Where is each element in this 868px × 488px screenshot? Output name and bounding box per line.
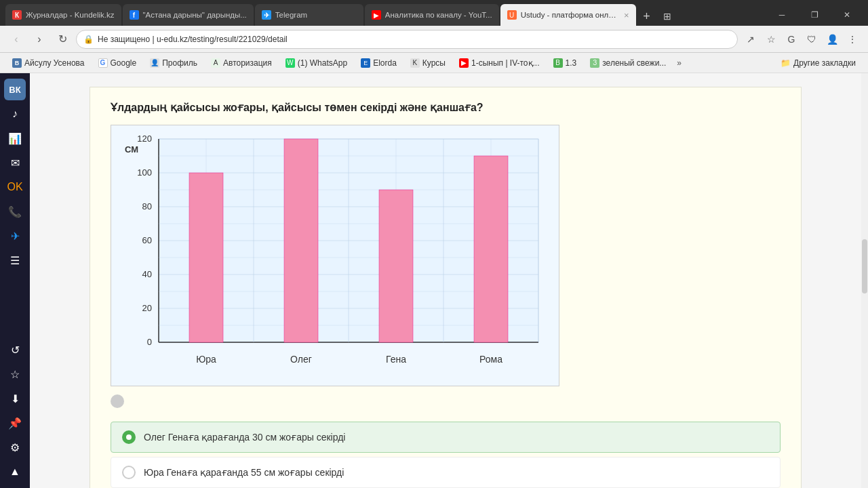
svg-text:СМ: СМ [125, 144, 138, 155]
antivirus-button[interactable]: 🛡 [803, 30, 821, 48]
bookmark-label-elorda: Elorda [373, 58, 397, 68]
sidebar-icon-telegram[interactable]: ✈ [4, 225, 26, 247]
bookmark-label-synip: 1-сынып | IV-тоқ... [471, 58, 540, 68]
answer-section: Олег Генаға қарағанда 30 см жоғары секір… [111, 422, 781, 488]
sidebar-icon-list[interactable]: ☰ [4, 249, 26, 271]
tab-bar: К Журналдар - Kundelik.kz f "Астана дары… [0, 0, 868, 26]
bookmark-elorda[interactable]: E Elorda [355, 56, 402, 70]
bookmark-favicon-auth: A [211, 58, 220, 68]
other-bookmarks[interactable]: 📁 Другие закладки [775, 56, 861, 70]
close-button[interactable]: ✕ [831, 4, 863, 26]
radio-1 [122, 430, 136, 444]
forward-button[interactable]: › [30, 30, 49, 49]
sidebar-icon-music[interactable]: ♪ [4, 103, 26, 125]
tab-kundelik[interactable]: К Журналдар - Kundelik.kz [5, 4, 121, 26]
sidebar-icon-pin[interactable]: 📌 [4, 412, 26, 434]
address-bar[interactable]: 🔒 Не защищено | u-edu.kz/testing/result/… [76, 30, 738, 49]
menu-button[interactable]: ⋮ [844, 30, 861, 48]
reload-button[interactable]: ↻ [53, 30, 72, 49]
new-tab-button[interactable]: + [637, 7, 656, 26]
svg-text:Юра: Юра [196, 354, 216, 365]
tab-label-kundelik: Журналдар - Kundelik.kz [26, 11, 115, 19]
sidebar-icon-settings[interactable]: ⚙ [4, 436, 26, 458]
bookmark-favicon-13: B [553, 58, 563, 68]
radio-inner-1 [126, 434, 132, 440]
bookmark-synip[interactable]: ▶ 1-сынып | IV-тоқ... [454, 56, 545, 70]
bookmark-favicon-whatsapp: W [285, 58, 295, 68]
svg-text:Рома: Рома [479, 354, 502, 365]
back-button[interactable]: ‹ [7, 30, 26, 49]
answer-option-1[interactable]: Олег Генаға қарағанда 30 см жоғары секір… [111, 422, 781, 453]
answer-option-2[interactable]: Юра Генаға қарағанда 55 см жоғары секірд… [111, 457, 781, 488]
tab-label-telegram: Telegram [275, 11, 357, 19]
sidebar-icon-vk[interactable]: ВК [4, 79, 26, 100]
nav-actions: ↗ ☆ G 🛡 👤 ⋮ [742, 30, 861, 48]
svg-text:60: 60 [142, 235, 152, 245]
bookmark-label-profile: Профиль [162, 58, 197, 68]
svg-text:0: 0 [147, 337, 152, 347]
sidebar-icon-collapse[interactable]: ▲ [4, 461, 26, 483]
window-controls: ─ ❐ ✕ [766, 4, 863, 26]
tab-youtube[interactable]: ▶ Аналитика по каналу - YouT... [365, 4, 499, 26]
extensions-button[interactable]: ⊞ [658, 7, 677, 26]
bookmarks-bar: В Айсулу Усенова G Google 👤 Профиль A Ав… [0, 53, 868, 73]
answer-text-1: Олег Генаға қарағанда 30 см жоғары секір… [144, 432, 345, 443]
sidebar-icon-stats[interactable]: 📊 [4, 127, 26, 149]
tab-label-astana: "Астана дарыны" дарынды... [143, 11, 247, 19]
sidebar-icon-phone[interactable]: 📞 [4, 201, 26, 222]
bar-gena [379, 190, 413, 342]
svg-text:100: 100 [137, 167, 152, 178]
bookmark-kursy[interactable]: K Курсы [405, 56, 451, 70]
svg-text:Олег: Олег [290, 354, 312, 365]
bookmark-zeleny[interactable]: З зеленый свежи... [585, 56, 671, 70]
right-scrollbar[interactable] [861, 73, 868, 488]
bookmark-label-zeleny: зеленый свежи... [602, 58, 666, 68]
navigation-bar: ‹ › ↻ 🔒 Не защищено | u-edu.kz/testing/r… [0, 26, 868, 53]
bookmark-favicon-google: G [98, 58, 108, 68]
tab-close-ustudy[interactable]: × [624, 10, 629, 20]
bookmark-favicon-zeleny: З [590, 58, 599, 68]
sidebar-icon-history[interactable]: ↺ [4, 339, 26, 361]
bookmark-aysula[interactable]: В Айсулу Усенова [7, 56, 90, 70]
bookmark-profile[interactable]: 👤 Профиль [144, 56, 203, 70]
svg-text:40: 40 [142, 269, 152, 279]
browser-chrome: К Журналдар - Kundelik.kz f "Астана дары… [0, 0, 868, 73]
bookmark-favicon-kursy: K [410, 58, 420, 68]
bookmark-auth[interactable]: A Авторизация [205, 56, 277, 70]
bookmark-google[interactable]: G Google [93, 56, 142, 70]
profile-button[interactable]: 👤 [823, 30, 841, 48]
translate-button[interactable]: G [783, 30, 800, 48]
left-sidebar: ВК ♪ 📊 ✉ OK 📞 ✈ ☰ ↺ ☆ ⬇ 📌 ⚙ ▲ [0, 73, 30, 488]
page-content: Ұлдардың қайсысы жоғары, қайсысы төмен с… [30, 73, 861, 488]
more-bookmarks-icon[interactable]: » [674, 58, 684, 68]
bookmark-label-kursy: Курсы [422, 58, 446, 68]
bar-roma [474, 156, 508, 342]
bookmark-favicon-profile: 👤 [150, 58, 159, 68]
svg-text:80: 80 [142, 201, 152, 211]
sidebar-icon-mail[interactable]: ✉ [4, 152, 26, 174]
bookmark-label-whatsapp: (1) WhatsApp [298, 58, 347, 68]
answer-text-2: Юра Генаға қарағанда 55 см жоғары секірд… [144, 467, 344, 478]
tab-telegram[interactable]: ✈ Telegram [255, 4, 363, 26]
bookmark-label-aysula: Айсулу Усенова [24, 58, 85, 68]
bookmark-favicon-synip: ▶ [459, 58, 469, 68]
scroll-indicator [111, 394, 781, 408]
bookmark-13[interactable]: B 1.3 [548, 56, 583, 70]
tab-favicon-ustudy: U [507, 10, 517, 20]
tab-ustudy[interactable]: U Ustudy - платформа онлайн... × [500, 4, 636, 26]
sidebar-icon-download[interactable]: ⬇ [4, 388, 26, 409]
sidebar-icon-star[interactable]: ☆ [4, 363, 26, 385]
bookmark-label-auth: Авторизация [223, 58, 272, 68]
sidebar-icon-ok[interactable]: OK [4, 176, 26, 198]
tab-label-youtube: Аналитика по каналу - YouT... [385, 11, 492, 19]
bookmark-whatsapp[interactable]: W (1) WhatsApp [280, 56, 353, 70]
bookmark-star-button[interactable]: ☆ [762, 30, 780, 48]
bar-yura [189, 173, 223, 342]
share-button[interactable]: ↗ [742, 30, 760, 48]
tab-astana[interactable]: f "Астана дарыны" дарынды... [123, 4, 254, 26]
main-area: ВК ♪ 📊 ✉ OK 📞 ✈ ☰ ↺ ☆ ⬇ 📌 ⚙ ▲ Ұлдардың қ… [0, 73, 868, 488]
minimize-button[interactable]: ─ [766, 4, 797, 26]
scroll-thumb[interactable] [862, 239, 867, 293]
restore-button[interactable]: ❐ [799, 4, 830, 26]
other-bookmarks-label: Другие закладки [793, 58, 856, 68]
